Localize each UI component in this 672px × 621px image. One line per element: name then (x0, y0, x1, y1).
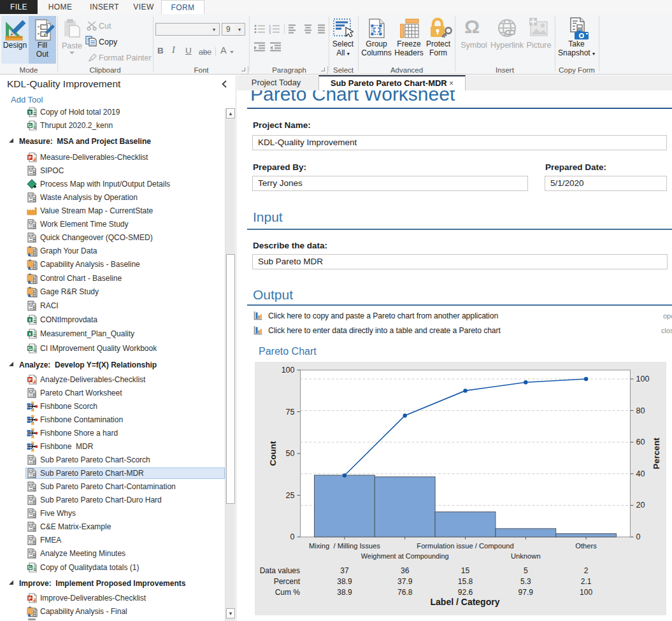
svg-text:Cum %: Cum % (275, 588, 301, 597)
svg-text:97.9: 97.9 (518, 588, 534, 597)
svg-text:36: 36 (401, 566, 410, 575)
svg-text:0: 0 (290, 532, 295, 541)
svg-text:0: 0 (636, 532, 641, 541)
svg-text:100: 100 (636, 375, 650, 383)
svg-text:75: 75 (286, 408, 295, 417)
svg-text:Percent: Percent (274, 577, 301, 586)
svg-text:Others: Others (575, 542, 597, 550)
svg-text:20: 20 (636, 501, 645, 510)
svg-text:Count: Count (268, 441, 278, 466)
svg-text:37: 37 (340, 566, 349, 575)
svg-text:2: 2 (584, 566, 589, 575)
svg-text:38.9: 38.9 (337, 577, 352, 586)
svg-text:15: 15 (461, 566, 470, 575)
svg-text:76.8: 76.8 (397, 588, 413, 597)
svg-text:Percent: Percent (652, 438, 661, 469)
svg-text:Label / Category: Label / Category (431, 597, 500, 607)
svg-text:Data values: Data values (260, 566, 300, 575)
svg-text:3: 3 (269, 31, 271, 34)
svg-text:38.9: 38.9 (337, 588, 352, 597)
svg-text:15.8: 15.8 (458, 577, 473, 586)
svg-text:92.6: 92.6 (458, 588, 473, 597)
svg-text:100: 100 (580, 588, 592, 597)
svg-text:100: 100 (282, 366, 295, 375)
svg-text:5.3: 5.3 (520, 577, 531, 586)
svg-text:60: 60 (636, 438, 645, 446)
svg-text:50: 50 (286, 449, 295, 458)
svg-text:40: 40 (636, 469, 645, 478)
svg-text:37.9: 37.9 (397, 577, 413, 586)
svg-text:Formulation issue / Compound: Formulation issue / Compound (417, 542, 513, 550)
svg-text:25: 25 (286, 491, 295, 500)
svg-text:Mixing / Milling Issues: Mixing / Milling Issues (309, 542, 380, 550)
svg-text:2.1: 2.1 (581, 577, 592, 586)
svg-text:Unknown: Unknown (511, 552, 541, 560)
svg-text:80: 80 (636, 406, 645, 415)
svg-text:5: 5 (524, 566, 528, 575)
svg-text:Weighment at Compounding: Weighment at Compounding (361, 552, 449, 560)
